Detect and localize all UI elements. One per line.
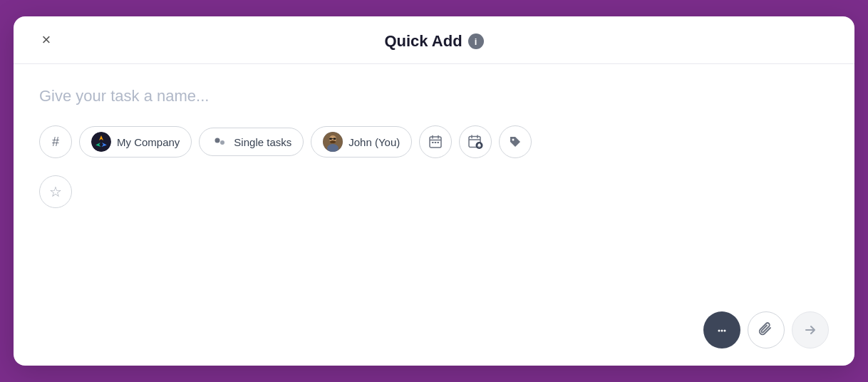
svg-point-26 bbox=[721, 330, 723, 332]
svg-rect-6 bbox=[334, 138, 336, 140]
modal-title: Quick Add i bbox=[384, 32, 483, 51]
svg-rect-16 bbox=[438, 142, 440, 143]
favorite-button[interactable]: ☆ bbox=[39, 175, 72, 208]
info-icon[interactable]: i bbox=[468, 33, 484, 49]
page-wrapper: × Quick Add i # bbox=[0, 0, 868, 382]
svg-point-27 bbox=[724, 330, 726, 332]
svg-point-8 bbox=[330, 140, 336, 143]
task-name-input[interactable] bbox=[39, 84, 829, 108]
send-icon bbox=[803, 323, 817, 337]
bottom-row bbox=[39, 311, 829, 349]
attach-button[interactable] bbox=[748, 311, 785, 349]
svg-point-2 bbox=[220, 140, 224, 145]
due-date-button[interactable] bbox=[419, 125, 452, 158]
tag-button[interactable] bbox=[499, 125, 532, 158]
title-text: Quick Add bbox=[384, 32, 462, 51]
reminder-button[interactable] bbox=[459, 125, 492, 158]
company-label: My Company bbox=[117, 136, 180, 148]
svg-point-24 bbox=[512, 139, 515, 141]
quick-add-modal: × Quick Add i # bbox=[14, 16, 854, 366]
toolbar-row: # bbox=[39, 125, 829, 158]
bottom-right bbox=[703, 311, 829, 349]
company-logo bbox=[91, 132, 111, 152]
star-icon: ☆ bbox=[49, 183, 62, 200]
task-type-button[interactable]: Single tasks bbox=[199, 128, 304, 156]
comment-icon bbox=[714, 322, 730, 338]
task-type-icon bbox=[211, 133, 228, 150]
tag-icon bbox=[508, 135, 522, 149]
modal-body: # bbox=[14, 64, 854, 366]
svg-rect-14 bbox=[432, 142, 434, 143]
svg-point-23 bbox=[479, 143, 480, 144]
assignee-button[interactable]: John (You) bbox=[311, 126, 412, 158]
reminder-calendar-icon bbox=[467, 134, 483, 150]
comment-button[interactable] bbox=[703, 311, 740, 349]
svg-rect-15 bbox=[435, 142, 437, 143]
hash-icon: # bbox=[52, 135, 59, 150]
task-type-label: Single tasks bbox=[234, 136, 291, 148]
svg-point-25 bbox=[718, 330, 720, 332]
avatar bbox=[323, 132, 343, 152]
calendar-icon bbox=[428, 135, 443, 149]
hash-button[interactable]: # bbox=[39, 125, 72, 158]
assignee-label: John (You) bbox=[348, 136, 400, 148]
svg-rect-5 bbox=[329, 138, 332, 140]
close-button[interactable]: × bbox=[33, 27, 59, 53]
paperclip-icon bbox=[758, 322, 774, 338]
svg-point-0 bbox=[91, 132, 111, 152]
send-button[interactable] bbox=[792, 311, 829, 349]
company-button[interactable]: My Company bbox=[79, 126, 192, 158]
second-toolbar-row: ☆ bbox=[39, 175, 829, 208]
modal-header: × Quick Add i bbox=[14, 16, 854, 64]
close-icon: × bbox=[42, 31, 51, 49]
svg-point-1 bbox=[215, 138, 220, 143]
